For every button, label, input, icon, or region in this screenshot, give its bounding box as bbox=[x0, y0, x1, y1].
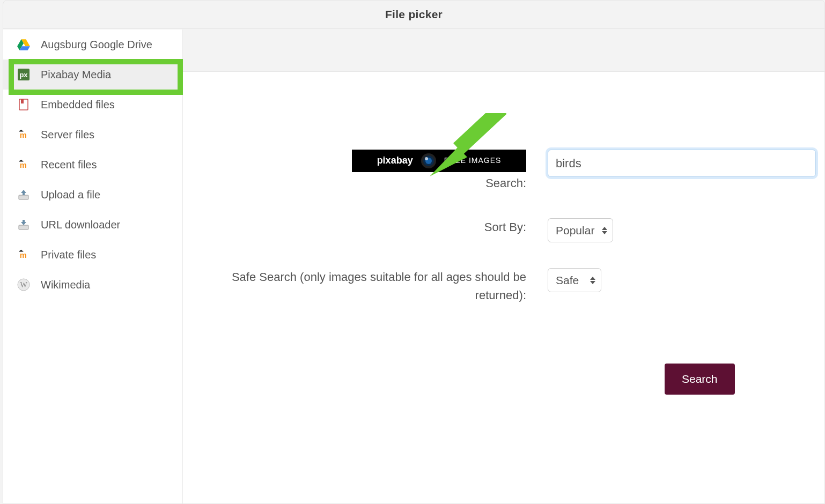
google-drive-icon bbox=[16, 37, 31, 52]
sidebar-item-label: Private files bbox=[41, 249, 172, 261]
pixabay-icon: px bbox=[16, 67, 31, 82]
recent-files-icon: m bbox=[16, 157, 31, 172]
brand-name: pixabay bbox=[377, 153, 413, 168]
dialog-title: File picker bbox=[385, 8, 443, 21]
upload-icon bbox=[16, 187, 31, 202]
svg-text:px: px bbox=[19, 71, 28, 79]
search-label-col: pixabay FREE IMAGES S bbox=[183, 150, 548, 192]
main-panel: pixabay FREE IMAGES S bbox=[183, 71, 824, 503]
sidebar-item-upload-file[interactable]: Upload a file bbox=[3, 180, 182, 210]
sidebar-item-pixabay[interactable]: px Pixabay Media bbox=[3, 60, 182, 90]
sort-row: Sort By: Popular bbox=[183, 218, 824, 242]
select-arrows-icon bbox=[602, 227, 607, 234]
search-row: pixabay FREE IMAGES S bbox=[183, 150, 824, 192]
sidebar-item-label: Recent files bbox=[41, 159, 172, 171]
sidebar-item-private-files[interactable]: m Private files bbox=[3, 240, 182, 270]
search-form: pixabay FREE IMAGES S bbox=[183, 150, 824, 395]
sidebar-item-google-drive[interactable]: Augsburg Google Drive bbox=[3, 29, 182, 60]
sidebar-item-label: Wikimedia bbox=[41, 279, 172, 291]
safe-search-label: Safe Search (only images suitable for al… bbox=[183, 268, 548, 305]
embedded-files-icon bbox=[16, 97, 31, 112]
svg-text:m: m bbox=[20, 251, 27, 260]
sort-by-value: Popular bbox=[556, 224, 594, 237]
private-files-icon: m bbox=[16, 247, 31, 262]
sidebar-item-url-downloader[interactable]: URL downloader bbox=[3, 210, 182, 240]
sidebar-item-wikimedia[interactable]: W Wikimedia bbox=[3, 270, 182, 300]
download-icon bbox=[16, 217, 31, 232]
brand-tagline: FREE IMAGES bbox=[444, 155, 502, 167]
sidebar-item-server-files[interactable]: m Server files bbox=[3, 120, 182, 150]
sort-label: Sort By: bbox=[183, 218, 548, 236]
sidebar-item-label: Upload a file bbox=[41, 189, 172, 201]
wikimedia-icon: W bbox=[16, 277, 31, 292]
dialog-header: File picker bbox=[3, 1, 824, 29]
camera-lens-icon bbox=[421, 153, 437, 169]
svg-text:m: m bbox=[20, 161, 27, 169]
safe-search-select[interactable]: Safe bbox=[548, 268, 601, 292]
sidebar-item-label: Pixabay Media bbox=[41, 69, 172, 81]
sidebar-item-label: Server files bbox=[41, 129, 172, 141]
safe-search-row: Safe Search (only images suitable for al… bbox=[183, 268, 824, 305]
pixabay-brand-banner: pixabay FREE IMAGES bbox=[352, 150, 526, 172]
svg-point-18 bbox=[425, 157, 428, 160]
sidebar-item-label: Embedded files bbox=[41, 99, 172, 111]
svg-rect-7 bbox=[21, 99, 24, 103]
dialog-body: Augsburg Google Drive px Pixabay Media bbox=[3, 29, 824, 503]
submit-row: Search bbox=[183, 364, 824, 395]
svg-rect-11 bbox=[19, 225, 28, 229]
sidebar-item-recent-files[interactable]: m Recent files bbox=[3, 150, 182, 180]
svg-text:m: m bbox=[20, 131, 27, 139]
sidebar-item-embedded-files[interactable]: Embedded files bbox=[3, 90, 182, 120]
search-button[interactable]: Search bbox=[665, 364, 735, 395]
file-picker-dialog: File picker Augsburg Google Drive bbox=[3, 0, 825, 504]
server-files-icon: m bbox=[16, 127, 31, 142]
sidebar-item-label: URL downloader bbox=[41, 219, 172, 231]
sort-by-select[interactable]: Popular bbox=[548, 218, 613, 242]
safe-search-value: Safe bbox=[556, 274, 579, 287]
search-label: Search: bbox=[183, 174, 526, 192]
svg-rect-10 bbox=[19, 195, 28, 199]
search-input[interactable] bbox=[548, 150, 816, 177]
repository-sidebar: Augsburg Google Drive px Pixabay Media bbox=[3, 29, 182, 503]
sidebar-item-label: Augsburg Google Drive bbox=[41, 39, 172, 51]
svg-text:W: W bbox=[20, 281, 27, 289]
select-arrows-icon bbox=[590, 277, 595, 284]
